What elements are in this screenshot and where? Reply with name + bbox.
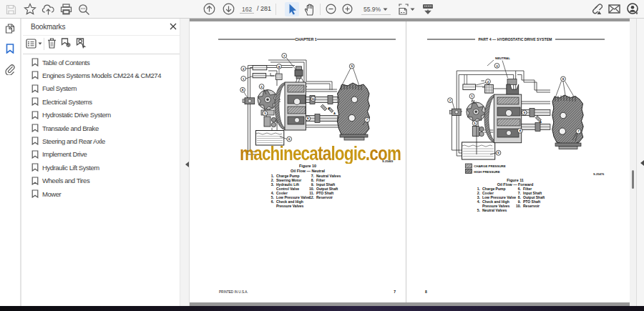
svg-text:CHARGE PRESSURE: CHARGE PRESSURE [474, 164, 505, 168]
svg-text:7: 7 [394, 290, 396, 294]
svg-text:Oil Flow — Neutral: Oil Flow — Neutral [291, 169, 325, 173]
svg-text:4.: 4. [477, 199, 481, 204]
svg-text:PART 4 — HYDROSTATIC DRIVE SYS: PART 4 — HYDROSTATIC DRIVE SYSTEM [479, 37, 552, 41]
svg-text:A: A [540, 120, 542, 124]
svg-text:PRINTED IN U.S.A.: PRINTED IN U.S.A. [219, 290, 248, 294]
svg-text:Neutral Valves: Neutral Valves [482, 208, 507, 212]
svg-text:10: 10 [311, 97, 315, 101]
svg-text:A: A [333, 112, 336, 115]
svg-text:CHAPTER 1: CHAPTER 1 [295, 37, 317, 41]
svg-text:3.: 3. [271, 182, 275, 187]
svg-text:Reservoir: Reservoir [523, 204, 540, 208]
svg-text:S-25476: S-25476 [593, 172, 605, 176]
svg-text:5.: 5. [477, 208, 481, 212]
svg-text:A: A [328, 107, 330, 110]
svg-text:NEUTRAL: NEUTRAL [495, 56, 510, 60]
svg-text:8: 8 [425, 290, 427, 294]
svg-text:10.: 10. [516, 204, 522, 208]
svg-text:12.: 12. [309, 195, 315, 199]
svg-text:Figure 11: Figure 11 [507, 178, 524, 182]
svg-text:6.: 6. [271, 199, 275, 204]
svg-text:Pressure Valves: Pressure Valves [276, 204, 304, 208]
svg-text:HIGH PRESSURE: HIGH PRESSURE [474, 170, 499, 174]
svg-text:Reservoir: Reservoir [316, 195, 333, 199]
